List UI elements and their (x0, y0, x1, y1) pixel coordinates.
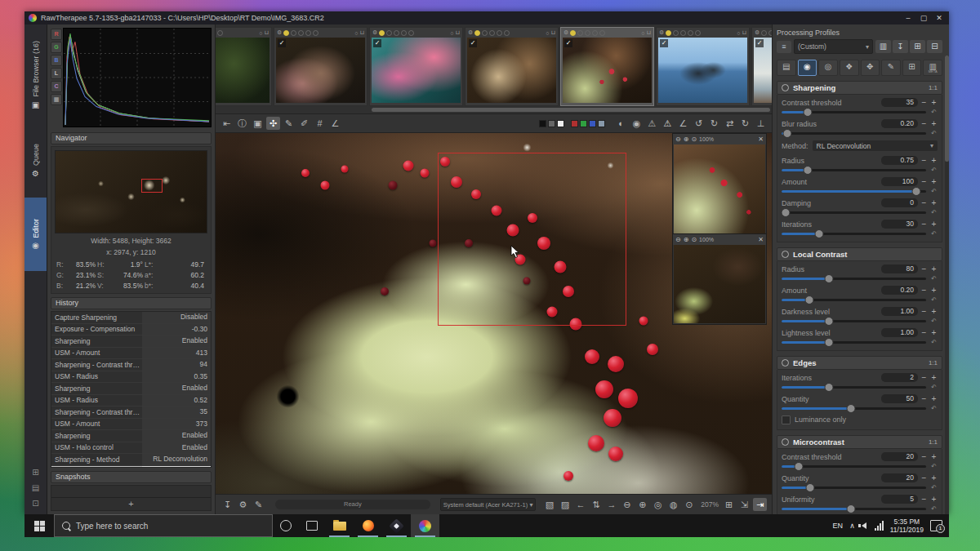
history-row[interactable]: USM - Radius 0.52 (51, 395, 211, 407)
edges-iterations-value[interactable]: 2 (881, 373, 918, 382)
edges-iterations-track[interactable] (782, 386, 926, 389)
history-row[interactable]: USM - Radius 0.35 (51, 371, 211, 384)
tab-editor[interactable]: Editor ◉ (24, 198, 47, 271)
histogram-green-toggle[interactable]: G (51, 42, 62, 53)
nav-prev-icon[interactable]: ← (573, 498, 587, 511)
paste-profile-icon[interactable]: ⊟ (927, 40, 942, 53)
sharpening-amount-value[interactable]: 100 (881, 177, 918, 186)
sharpening-damping-value[interactable]: 0 (881, 198, 918, 207)
rating-dots[interactable] (283, 30, 318, 36)
power-toggle-icon[interactable] (782, 359, 789, 367)
history-row[interactable]: Sharpening - Method RL Deconvolution (51, 454, 211, 466)
history-row[interactable]: Sharpening Enabled (51, 383, 211, 395)
detail-view-image[interactable] (674, 245, 765, 323)
rotate-left-90-icon[interactable]: ↺ (692, 117, 706, 130)
profile-gear-icon[interactable]: ⚙ (277, 29, 282, 36)
minimize-button[interactable]: – (902, 11, 914, 24)
histogram-red-toggle[interactable]: R (51, 29, 62, 40)
checkmark-icon[interactable]: ✓ (755, 39, 764, 47)
navigator-thumbnail[interactable] (55, 150, 207, 233)
increment-button[interactable]: + (930, 394, 938, 403)
reset-icon[interactable]: ↶ (930, 230, 938, 238)
snapshots-caption[interactable]: Snapshots (51, 471, 212, 483)
preview-bg-swatch[interactable] (548, 120, 555, 127)
gamut-check-icon[interactable]: ▨ (558, 498, 572, 511)
reset-icon[interactable]: ↶ (930, 463, 938, 470)
rating-dots[interactable] (216, 30, 223, 36)
microcontrast-contrast-threshold-value[interactable]: 20 (881, 452, 918, 461)
add-snapshot-button[interactable]: + (51, 497, 211, 510)
straighten-level-icon[interactable]: ⊥ (754, 117, 768, 130)
edges-luminance-only-checkbox[interactable]: Luminance only (782, 413, 938, 426)
increment-button[interactable]: + (930, 98, 938, 107)
microcontrast-3-3-matrix-instead-of-5-5-checkbox[interactable]: 3×3 matrix instead of 5×5 (782, 513, 938, 514)
load-profile-icon[interactable]: ▥ (875, 40, 891, 53)
increment-button[interactable]: + (930, 373, 938, 382)
increment-button[interactable]: + (930, 452, 938, 461)
sync-thumbnail-icon[interactable]: ▣ (251, 117, 265, 130)
crop-tool-icon[interactable]: # (313, 117, 327, 130)
rating-dots[interactable] (570, 30, 605, 36)
white-balance-picker-icon[interactable]: ✎ (282, 117, 296, 130)
history-row[interactable]: Sharpening Enabled (51, 335, 211, 348)
trash-icon[interactable]: ⊔ (360, 29, 364, 36)
channel-swatch[interactable] (589, 120, 596, 127)
detail-view-image[interactable] (674, 144, 765, 236)
edges-quantity-value[interactable]: 50 (881, 394, 918, 403)
reset-icon[interactable]: ↶ (930, 296, 938, 304)
tab-raw[interactable]: ✎ (881, 60, 901, 76)
history-row[interactable]: USM - Amount 413 (51, 348, 211, 360)
language-indicator[interactable]: EN (833, 522, 844, 530)
decrement-button[interactable]: − (920, 452, 928, 461)
reset-icon[interactable]: ↶ (930, 505, 938, 513)
decrement-button[interactable]: − (920, 156, 928, 165)
color-label-icon[interactable]: ○ (259, 30, 262, 36)
tab-transform[interactable]: ✥ (861, 60, 880, 76)
decrement-button[interactable]: − (920, 177, 928, 186)
rotate-right-90-icon[interactable]: ↻ (707, 117, 721, 130)
decrement-button[interactable]: − (920, 119, 928, 128)
reset-icon[interactable]: ↶ (930, 384, 938, 391)
copy-profile-icon[interactable]: ⊞ (910, 40, 925, 53)
color-label-icon[interactable]: ○ (354, 30, 358, 36)
start-button[interactable] (24, 514, 54, 537)
selection-rectangle[interactable] (438, 153, 626, 326)
taskbar-app-inkscape[interactable] (382, 514, 411, 537)
reset-icon[interactable]: ↶ (930, 339, 938, 346)
preview-bg-swatch[interactable] (557, 120, 564, 127)
tray-chevron-icon[interactable]: ∧ (849, 522, 855, 530)
maximize-button[interactable]: ▢ (918, 11, 929, 24)
decrement-button[interactable]: − (920, 307, 928, 316)
filmstrip-thumbnail[interactable]: ⚙ ○ ⊔ ✓ (274, 27, 368, 106)
trash-icon[interactable]: ⊔ (456, 29, 460, 36)
dock-right-panel-icon[interactable]: ⇥ (753, 498, 767, 511)
reset-icon[interactable]: ↶ (930, 318, 938, 325)
reset-icon[interactable]: ↶ (930, 405, 938, 412)
fullscreen-icon[interactable]: ⇲ (737, 498, 751, 511)
checkmark-icon[interactable]: ✓ (469, 39, 477, 47)
zoom-in-icon[interactable]: ⊕ (635, 498, 649, 511)
filmstrip-thumbnail[interactable]: ⚙ ○ ⊔ ✓ (751, 27, 772, 106)
increment-button[interactable]: + (930, 286, 938, 295)
zoom-fit-crop-icon[interactable]: ◍ (666, 498, 680, 511)
decrement-button[interactable]: − (920, 220, 928, 229)
filmstrip-thumbnail[interactable]: ⚙ ○ ⊔ ✓ (216, 27, 272, 106)
local-contrast-darkness-level-value[interactable]: 1.00 (881, 307, 918, 316)
close-icon[interactable]: ✕ (758, 136, 764, 143)
reset-icon[interactable]: ↶ (930, 188, 938, 195)
filmstrip-thumbnail[interactable]: ⚙ ○ ⊔ ✓ (465, 27, 559, 106)
reset-icon[interactable]: ↶ (930, 167, 938, 174)
microcontrast-quantity-track[interactable] (782, 487, 926, 489)
save-image-icon[interactable]: ↧ (220, 498, 234, 511)
thumbnail-image[interactable]: ✓ (216, 38, 270, 103)
channel-swatch[interactable] (598, 120, 605, 127)
volume-icon[interactable] (862, 522, 866, 529)
channel-swatches[interactable] (570, 120, 606, 127)
increment-button[interactable]: + (930, 220, 938, 229)
color-label-icon[interactable]: ○ (546, 30, 549, 36)
taskbar-app-explorer[interactable] (325, 514, 354, 537)
action-center-icon[interactable]: 1 (930, 520, 942, 531)
decrement-button[interactable]: − (920, 495, 928, 504)
false-color-icon[interactable]: ◐ (614, 117, 628, 130)
local-contrast-radius-track[interactable] (782, 278, 926, 280)
